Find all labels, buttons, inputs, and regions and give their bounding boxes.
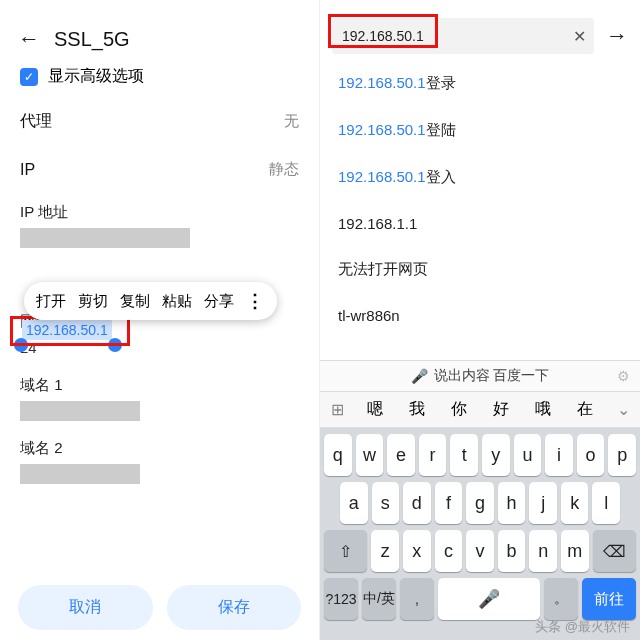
candidate[interactable]: 在: [577, 399, 593, 420]
save-button[interactable]: 保存: [167, 585, 302, 630]
key-w[interactable]: w: [356, 434, 384, 476]
keyboard: qwertyuiop asdfghjkl ⇧ zxcvbnm ⌫ ?123 中/…: [320, 428, 640, 640]
candidate[interactable]: 我: [409, 399, 425, 420]
space-key[interactable]: 🎤: [438, 578, 540, 620]
keyboard-row-4: ?123 中/英 , 🎤 。 前往: [324, 578, 636, 620]
key-m[interactable]: m: [561, 530, 589, 572]
gear-icon[interactable]: ⚙: [617, 368, 630, 384]
cancel-button[interactable]: 取消: [18, 585, 153, 630]
dns2-label: 域名 2: [0, 429, 319, 460]
chevron-down-icon[interactable]: ⌄: [606, 400, 640, 419]
candidate[interactable]: 你: [451, 399, 467, 420]
advanced-label: 显示高级选项: [48, 66, 144, 87]
keyboard-row-3: ⇧ zxcvbnm ⌫: [324, 530, 636, 572]
status-bar: [320, 0, 640, 8]
shift-key[interactable]: ⇧: [324, 530, 367, 572]
key-s[interactable]: s: [372, 482, 400, 524]
suggestion-item[interactable]: tl-wr886n: [320, 293, 640, 338]
go-icon[interactable]: →: [600, 23, 634, 49]
checkbox-icon[interactable]: ✓: [20, 68, 38, 86]
candidate[interactable]: 哦: [535, 399, 551, 420]
ip-row[interactable]: IP 静态: [0, 146, 319, 193]
title-bar: ← SSL_5G: [0, 8, 319, 62]
suggestion-item[interactable]: 192.168.50.1登入: [320, 154, 640, 201]
candidate[interactable]: 好: [493, 399, 509, 420]
proxy-label: 代理: [20, 111, 52, 132]
redacted-field: [20, 401, 140, 421]
back-icon[interactable]: ←: [18, 26, 40, 52]
key-v[interactable]: v: [466, 530, 494, 572]
key-b[interactable]: b: [498, 530, 526, 572]
page-title: SSL_5G: [54, 28, 130, 51]
status-bar: [0, 0, 319, 8]
suggestion-item[interactable]: 192.168.50.1登陆: [320, 107, 640, 154]
candidate[interactable]: 嗯: [367, 399, 383, 420]
suggestion-item[interactable]: 192.168.1.1: [320, 201, 640, 246]
wifi-settings-pane: ← SSL_5G ✓ 显示高级选项 代理 无 IP 静态 IP 地址 打开 剪切…: [0, 0, 320, 640]
candidate-row: ⊞ 嗯我你好哦在 ⌄: [320, 392, 640, 428]
key-i[interactable]: i: [545, 434, 573, 476]
key-p[interactable]: p: [608, 434, 636, 476]
key-f[interactable]: f: [435, 482, 463, 524]
browser-search-pane: 192.168.50.1 ✕ → 192.168.50.1登录192.168.5…: [320, 0, 640, 640]
lang-key[interactable]: 中/英: [362, 578, 396, 620]
key-r[interactable]: r: [419, 434, 447, 476]
comma-key[interactable]: ,: [400, 578, 434, 620]
key-u[interactable]: u: [514, 434, 542, 476]
key-x[interactable]: x: [403, 530, 431, 572]
advanced-options-row[interactable]: ✓ 显示高级选项: [0, 62, 319, 97]
period-key[interactable]: 。: [544, 578, 578, 620]
key-z[interactable]: z: [371, 530, 399, 572]
key-j[interactable]: j: [529, 482, 557, 524]
clear-icon[interactable]: ✕: [573, 27, 586, 46]
ip-label: IP: [20, 161, 35, 179]
redacted-field: [20, 464, 140, 484]
key-g[interactable]: g: [466, 482, 494, 524]
key-l[interactable]: l: [592, 482, 620, 524]
key-e[interactable]: e: [387, 434, 415, 476]
suggestion-list: 192.168.50.1登录192.168.50.1登陆192.168.50.1…: [320, 60, 640, 338]
highlight-box: [10, 316, 130, 346]
key-n[interactable]: n: [529, 530, 557, 572]
grid-icon[interactable]: ⊞: [320, 400, 354, 419]
key-t[interactable]: t: [450, 434, 478, 476]
ip-value: 静态: [269, 160, 299, 179]
menu-paste[interactable]: 粘贴: [162, 292, 192, 311]
more-icon[interactable]: ⋮: [246, 290, 265, 312]
key-o[interactable]: o: [577, 434, 605, 476]
text-context-menu: 打开 剪切 复制 粘贴 分享 ⋮: [24, 282, 277, 320]
voice-hint-text: 说出内容 百度一下: [434, 367, 550, 385]
menu-copy[interactable]: 复制: [120, 292, 150, 311]
watermark: 头条 @最火软件: [535, 618, 630, 636]
key-d[interactable]: d: [403, 482, 431, 524]
go-key[interactable]: 前往: [582, 578, 636, 620]
numeric-key[interactable]: ?123: [324, 578, 358, 620]
key-a[interactable]: a: [340, 482, 368, 524]
key-q[interactable]: q: [324, 434, 352, 476]
redacted-field: [20, 228, 190, 248]
menu-share[interactable]: 分享: [204, 292, 234, 311]
button-bar: 取消 保存: [0, 585, 319, 630]
key-k[interactable]: k: [561, 482, 589, 524]
voice-hint-bar[interactable]: 🎤 说出内容 百度一下 ⚙: [320, 360, 640, 392]
key-y[interactable]: y: [482, 434, 510, 476]
menu-cut[interactable]: 剪切: [78, 292, 108, 311]
backspace-key[interactable]: ⌫: [593, 530, 636, 572]
key-h[interactable]: h: [498, 482, 526, 524]
dns1-label: 域名 1: [0, 358, 319, 397]
key-c[interactable]: c: [435, 530, 463, 572]
suggestion-item[interactable]: 192.168.50.1登录: [320, 60, 640, 107]
proxy-value: 无: [284, 112, 299, 131]
menu-open[interactable]: 打开: [36, 292, 66, 311]
suggestion-item[interactable]: 无法打开网页: [320, 246, 640, 293]
mic-icon: 🎤: [411, 368, 428, 384]
proxy-row[interactable]: 代理 无: [0, 97, 319, 146]
ip-address-label: IP 地址: [0, 193, 319, 224]
highlight-box: [328, 14, 438, 48]
